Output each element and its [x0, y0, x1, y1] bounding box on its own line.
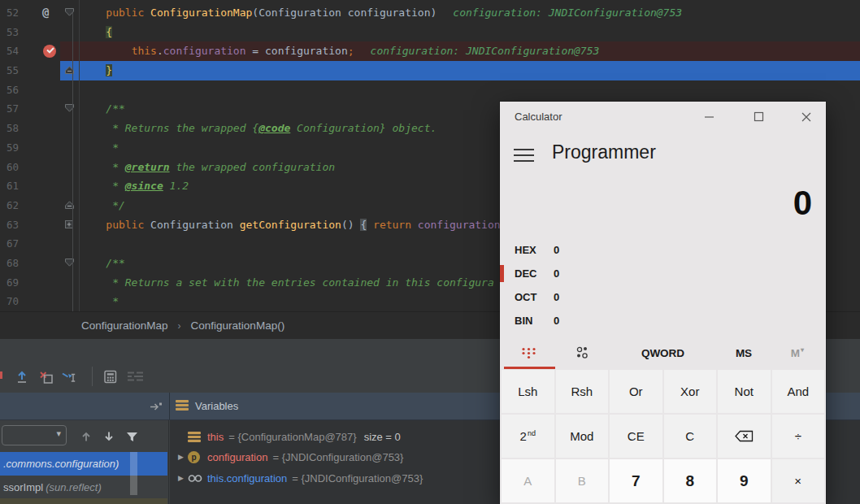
key-not[interactable]: Not — [718, 370, 771, 413]
frames-scrollbar[interactable] — [130, 452, 137, 495]
code-line[interactable]: 55 } — [0, 61, 860, 80]
gutter-separator — [79, 0, 80, 311]
close-button[interactable] — [795, 108, 818, 125]
line-number[interactable]: 52 — [7, 3, 19, 23]
inline-debug-hint: configuration: JNDIConfiguration@753 — [453, 7, 682, 19]
evaluate-expression-icon[interactable] — [100, 366, 121, 387]
fold-end-icon[interactable] — [64, 200, 75, 210]
radix-row-hex[interactable]: HEX0 — [500, 238, 826, 262]
calculator-window-title: Calculator — [515, 111, 562, 123]
line-number[interactable]: 55 — [7, 61, 19, 80]
code-text: /** — [80, 254, 125, 273]
toolbar-separator — [92, 367, 93, 386]
radix-row-dec[interactable]: DEC0 — [500, 262, 826, 285]
watch-icon — [188, 474, 207, 483]
toolbar-qword-button[interactable]: QWORD — [609, 337, 717, 368]
code-text: */ — [80, 196, 125, 215]
tab-variables[interactable]: Variables — [176, 393, 238, 419]
stack-icon — [188, 432, 207, 442]
code-text: public Configuration getConfiguration() … — [80, 215, 501, 235]
line-number[interactable]: 68 — [7, 254, 19, 273]
toolbar-m-button[interactable]: M▾ — [771, 337, 824, 368]
fold-end-icon[interactable] — [64, 65, 75, 75]
screen: 52@ public ConfigurationMap(Configuratio… — [0, 0, 860, 504]
fold-guide-line — [72, 13, 73, 311]
minimize-button[interactable] — [697, 108, 720, 125]
variable-size: size = 0 — [364, 431, 401, 443]
frame-row[interactable] — [0, 498, 167, 504]
code-text: * — [80, 292, 119, 311]
key-c[interactable]: C — [664, 415, 717, 458]
radix-row-bin[interactable]: BIN0 — [500, 309, 826, 332]
code-text: * Returns the wrapped {@code Configurati… — [80, 119, 437, 138]
backspace-button[interactable] — [718, 415, 771, 458]
key-2[interactable]: 2nd — [502, 415, 554, 458]
key-9[interactable]: 9 — [718, 459, 771, 502]
active-radix-marker — [500, 265, 504, 282]
line-number[interactable]: 56 — [7, 80, 19, 100]
line-number[interactable]: 60 — [7, 158, 19, 177]
expand-triangle-icon[interactable]: ▶ — [176, 453, 186, 461]
key-multiply[interactable]: × — [772, 459, 825, 502]
key-or[interactable]: Or — [610, 370, 662, 413]
key-b[interactable]: B — [556, 459, 609, 502]
radix-value: 0 — [554, 244, 559, 256]
arrow-up-icon[interactable] — [78, 428, 94, 445]
maximize-button[interactable] — [747, 108, 770, 125]
frames-list: .commons.configuration)ssorImpl (sun.ref… — [0, 452, 167, 504]
key-rsh[interactable]: Rsh — [556, 370, 609, 413]
pin-arrow-icon[interactable] — [150, 402, 163, 412]
fold-open-icon[interactable] — [64, 258, 75, 267]
key-8[interactable]: 8 — [664, 459, 717, 502]
key-divide[interactable]: ÷ — [772, 415, 825, 458]
line-number[interactable]: 58 — [7, 119, 19, 138]
line-number[interactable]: 53 — [7, 23, 19, 42]
drop-frame-icon[interactable] — [36, 366, 57, 387]
code-line[interactable]: 54 this.configuration = configuration;co… — [0, 41, 860, 61]
calculator-mode-title: Programmer — [552, 141, 656, 163]
key-7[interactable]: 7 — [610, 459, 662, 502]
code-line[interactable]: 56 — [0, 80, 860, 100]
line-number[interactable]: 67 — [7, 234, 19, 254]
header-divider — [169, 393, 170, 419]
line-number[interactable]: 57 — [7, 99, 19, 119]
key-a[interactable]: A — [502, 459, 554, 502]
filter-icon[interactable] — [124, 428, 140, 445]
radix-row-oct[interactable]: OCT0 — [500, 285, 826, 309]
frame-row[interactable]: ssorImpl (sun.reflect) — [0, 476, 167, 498]
code-line[interactable]: 53 { — [0, 23, 860, 42]
key-and[interactable]: And — [772, 370, 825, 413]
line-number[interactable]: 62 — [7, 196, 19, 215]
line-number[interactable]: 59 — [7, 138, 19, 158]
breadcrumb-class[interactable]: ConfigurationMap — [81, 319, 168, 332]
key-lsh[interactable]: Lsh — [502, 370, 554, 413]
breakpoint-icon[interactable] — [42, 44, 57, 59]
hamburger-menu-icon[interactable] — [514, 149, 534, 162]
breadcrumb-method[interactable]: ConfigurationMap() — [191, 319, 285, 332]
line-number[interactable]: 70 — [7, 292, 19, 311]
bit-keypad-icon[interactable] — [555, 337, 609, 368]
calculator-window: Calculator Programmer 0 HEX0DEC0OCT0BIN0… — [500, 102, 826, 504]
key-mod[interactable]: Mod — [556, 415, 609, 458]
arrow-down-icon[interactable] — [101, 428, 117, 445]
thread-dropdown[interactable]: ▾ — [2, 425, 67, 445]
full-keypad-icon[interactable] — [502, 337, 555, 368]
fold-open-icon[interactable] — [64, 7, 75, 17]
line-number[interactable]: 61 — [7, 176, 19, 196]
expand-triangle-icon[interactable]: ▶ — [176, 474, 186, 482]
toolbar-ms-button[interactable]: MS — [717, 337, 771, 368]
line-number[interactable]: 69 — [7, 273, 19, 293]
key-ce[interactable]: CE — [610, 415, 662, 458]
key-xor[interactable]: Xor — [664, 370, 717, 413]
mute-breakpoints-icon[interactable] — [124, 366, 146, 387]
variables-tab-label: Variables — [195, 400, 238, 412]
line-number[interactable]: 63 — [7, 215, 19, 235]
variable-name: this — [207, 431, 224, 443]
code-line[interactable]: 52@ public ConfigurationMap(Configuratio… — [0, 3, 860, 23]
run-to-cursor-icon[interactable] — [59, 366, 80, 387]
line-number[interactable]: 54 — [7, 41, 19, 61]
code-text: /** — [80, 99, 125, 119]
fold-open-icon[interactable] — [64, 103, 75, 113]
frame-row[interactable]: .commons.configuration) — [0, 452, 167, 476]
step-out-icon[interactable] — [11, 366, 33, 387]
